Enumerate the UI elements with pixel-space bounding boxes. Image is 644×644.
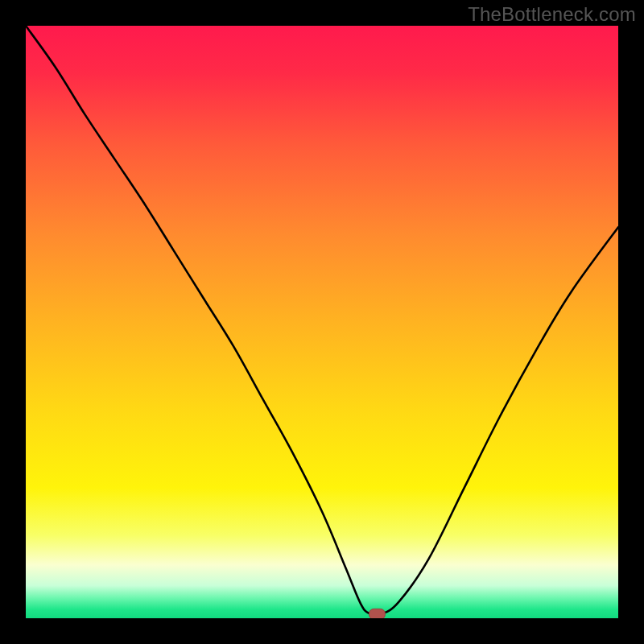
attribution-text: TheBottleneck.com (468, 3, 636, 26)
optimal-point-marker (369, 609, 385, 618)
chart-frame: TheBottleneck.com (0, 0, 644, 644)
gradient-background (26, 26, 618, 618)
plot-svg (26, 26, 618, 618)
plot-area (26, 26, 618, 618)
